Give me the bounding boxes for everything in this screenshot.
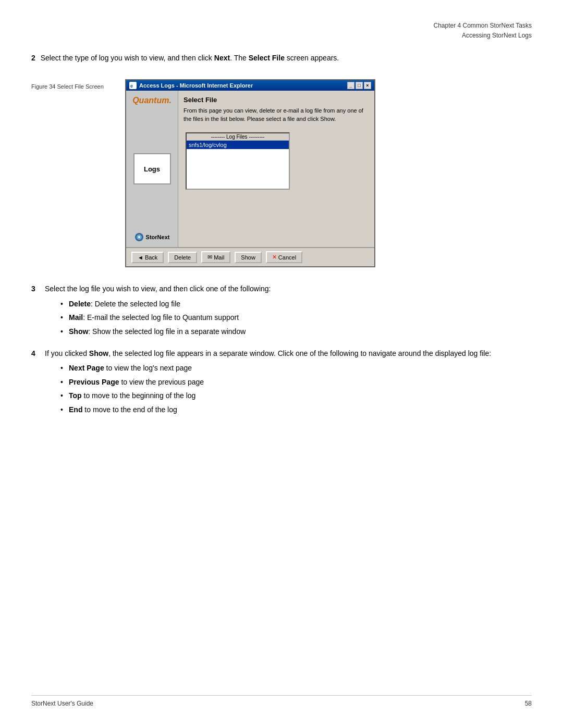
bullet-mail: Mail: E-mail the selected log file to Qu… <box>60 312 532 323</box>
back-label: Back <box>145 254 157 261</box>
step-2-text: Select the type of log you wish to view,… <box>41 54 339 62</box>
footer-right: 58 <box>525 700 532 707</box>
section-title: Accessing StorNext Logs <box>433 31 532 41</box>
step-2-paragraph: 2 Select the type of log you wish to vie… <box>31 52 532 64</box>
restore-button[interactable]: □ <box>356 82 363 89</box>
cancel-label: Cancel <box>278 254 296 261</box>
stornext-label: StorNext <box>146 234 170 240</box>
cancel-button[interactable]: ✕ Cancel <box>266 251 302 263</box>
show-label: Show <box>241 254 255 261</box>
bullet-next-page: Next Page to view the log's next page <box>60 362 532 374</box>
page-header: Chapter 4 Common StorNext Tasks Accessin… <box>433 21 532 41</box>
browser-footer: ◄ Back Delete ✉ Mail Show ✕ <box>126 247 374 266</box>
browser-body: Quantum. Logs StorNext <box>126 91 374 247</box>
close-button[interactable]: × <box>364 82 371 89</box>
mail-label: Mail <box>214 254 224 261</box>
log-files-header: -------- Log Files --------- <box>187 133 289 141</box>
logs-nav-button[interactable]: Logs <box>133 153 171 184</box>
bullet-show: Show: Show the selected log file in a se… <box>60 326 532 337</box>
mail-icon: ✉ <box>207 254 212 261</box>
svg-text:e: e <box>130 83 133 89</box>
delete-button[interactable]: Delete <box>168 252 197 263</box>
page-footer: StorNext User's Guide 58 <box>31 695 532 707</box>
svg-point-4 <box>138 236 140 238</box>
browser-icon: e <box>129 82 137 89</box>
back-button[interactable]: ◄ Back <box>131 252 164 263</box>
step-3-number: 3 <box>31 283 42 295</box>
footer-left: StorNext User's Guide <box>31 700 93 707</box>
browser-titlebar: e Access Logs - Microsoft Internet Explo… <box>126 80 374 91</box>
step-3-bullets: Delete: Delete the selected log file Mai… <box>60 298 532 337</box>
browser-controls[interactable]: _ □ × <box>347 82 371 89</box>
bullet-end: End to move to the end of the log <box>60 404 532 415</box>
step-3-content: Select the log file you wish to view, an… <box>45 283 532 340</box>
browser-title: Access Logs - Microsoft Internet Explore… <box>139 82 253 89</box>
left-nav: Quantum. Logs StorNext <box>126 91 178 247</box>
step-4-text: If you clicked Show, the selected log fi… <box>45 349 491 357</box>
bullet-top: Top to move to the beginning of the log <box>60 390 532 401</box>
titlebar-left: e Access Logs - Microsoft Internet Explo… <box>129 82 253 89</box>
file-listbox[interactable]: -------- Log Files --------- snfs1/log/c… <box>186 132 290 190</box>
bullet-delete: Delete: Delete the selected log file <box>60 298 532 310</box>
back-icon: ◄ <box>138 254 143 261</box>
chapter-title: Chapter 4 Common StorNext Tasks <box>433 21 532 31</box>
mail-button[interactable]: ✉ Mail <box>201 251 230 263</box>
steps-section: 3 Select the log file you wish to view, … <box>31 283 532 418</box>
select-file-heading: Select File <box>183 96 369 104</box>
show-button[interactable]: Show <box>235 252 262 263</box>
figure-caption: Figure 34 Select File Screen <box>31 79 115 90</box>
step-4: 4 If you clicked Show, the selected log … <box>31 348 532 418</box>
step-3-text: Select the log file you wish to view, an… <box>45 285 271 293</box>
quantum-logo: Quantum. <box>132 96 172 105</box>
bullet-previous-page: Previous Page to view the previous page <box>60 376 532 388</box>
step-4-number: 4 <box>31 348 42 360</box>
stornext-logo: StorNext <box>134 232 170 242</box>
step-3: 3 Select the log file you wish to view, … <box>31 283 532 340</box>
cancel-icon: ✕ <box>272 254 277 261</box>
browser-main-content: Select File From this page you can view,… <box>178 91 374 247</box>
select-file-description: From this page you can view, delete or e… <box>183 107 369 123</box>
figure-area: Figure 34 Select File Screen e Access Lo… <box>31 79 532 267</box>
file-list-container: -------- Log Files --------- snfs1/log/c… <box>183 130 369 192</box>
select-file-label: Select File <box>249 54 285 62</box>
delete-label: Delete <box>174 254 191 261</box>
log-file-item[interactable]: snfs1/log/cvlog <box>187 141 289 149</box>
minimize-button[interactable]: _ <box>347 82 354 89</box>
step-4-content: If you clicked Show, the selected log fi… <box>45 348 532 418</box>
step-4-bullets: Next Page to view the log's next page Pr… <box>60 362 532 415</box>
step-2-number: 2 <box>31 54 35 62</box>
next-label: Next <box>214 54 230 62</box>
browser-window: e Access Logs - Microsoft Internet Explo… <box>125 79 375 267</box>
